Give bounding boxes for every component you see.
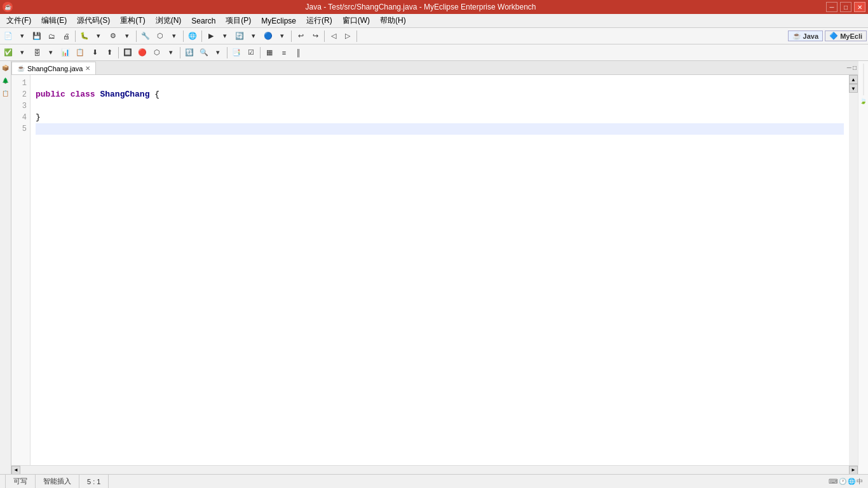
run3-button[interactable]: 🔵: [261, 29, 275, 43]
myeclipse-deploy[interactable]: 🔧: [139, 29, 153, 43]
file-tab[interactable]: ☕ ShangChang.java ✕: [11, 62, 96, 74]
sidebar-hierarchy-icon[interactable]: 🌲: [1, 76, 10, 85]
line-num-3: 3: [11, 100, 27, 112]
menu-run[interactable]: 运行(R): [301, 14, 337, 27]
tab-restore-max[interactable]: □: [853, 64, 857, 71]
run-dropdown[interactable]: ▾: [218, 29, 232, 43]
validate-dropdown[interactable]: ▾: [15, 46, 29, 60]
back-button[interactable]: ◁: [327, 29, 341, 43]
db-button[interactable]: 🗄: [30, 46, 44, 60]
menu-file[interactable]: 文件(F): [1, 14, 36, 27]
save-all-button[interactable]: 🗂: [44, 29, 58, 43]
separator-5: [291, 30, 292, 42]
menu-bar: 文件(F) 编辑(E) 源代码(S) 重构(T) 浏览(N) Search 项目…: [0, 14, 868, 28]
line-num-4: 4: [11, 112, 27, 123]
save-button[interactable]: 💾: [30, 29, 44, 43]
list-view-button[interactable]: ≡: [277, 46, 291, 60]
tb2-btn1[interactable]: 📊: [58, 46, 72, 60]
run-ext-dropdown[interactable]: ▾: [120, 29, 134, 43]
cols-view-button[interactable]: ║: [292, 46, 306, 60]
new-dropdown[interactable]: ▾: [15, 29, 29, 43]
separator-6: [324, 30, 325, 42]
menu-navigate[interactable]: 浏览(N): [151, 14, 187, 27]
close-button[interactable]: ✕: [854, 2, 865, 12]
deploy-dropdown[interactable]: ⬡: [153, 29, 167, 43]
maximize-button[interactable]: □: [840, 2, 851, 12]
separator-11: [260, 47, 261, 58]
code-line-5: [36, 123, 844, 135]
scroll-up-arrow[interactable]: ▲: [849, 75, 858, 84]
minimize-button[interactable]: ─: [826, 2, 837, 12]
status-bar: 可写 智能插入 5 : 1 ⌨ 🕐 🌐 中: [0, 474, 868, 488]
menu-help[interactable]: 帮助(H): [375, 14, 411, 27]
separator-7: [356, 30, 357, 42]
scroll-right-arrow[interactable]: ►: [849, 466, 858, 475]
left-panel: 📦 🌲 📋: [0, 61, 11, 474]
status-icon-clock: 🕐: [839, 478, 846, 485]
code-line-3: [36, 100, 844, 112]
scroll-left-arrow[interactable]: ◄: [11, 466, 20, 475]
status-smart-insert: 智能插入: [36, 475, 79, 488]
tb2-btn2[interactable]: 📋: [73, 46, 87, 60]
menu-window[interactable]: 窗口(W): [337, 14, 375, 27]
tab-close-button[interactable]: ✕: [85, 65, 90, 72]
tab-restore-min[interactable]: ─: [847, 64, 851, 71]
tb2-btn5[interactable]: 🔲: [121, 46, 135, 60]
separator-9: [180, 47, 180, 58]
tb2-btn8[interactable]: ▾: [164, 46, 178, 60]
new-button[interactable]: 📄: [1, 29, 15, 43]
web-browser-button[interactable]: 🌐: [186, 29, 200, 43]
editor-scrollbar[interactable]: ▲ ▼: [849, 75, 858, 465]
annotation-icon-1: 🍃: [858, 97, 868, 105]
tb2-btn4[interactable]: ⬆: [102, 46, 116, 60]
db-dropdown[interactable]: ▾: [44, 46, 58, 60]
menu-search[interactable]: Search: [186, 14, 220, 27]
tasks-button[interactable]: ☑: [244, 46, 258, 60]
horizontal-scrollbar[interactable]: ◄ ►: [11, 465, 858, 474]
run2-dropdown[interactable]: ▾: [247, 29, 261, 43]
menu-project[interactable]: 项目(P): [220, 14, 256, 27]
search-tb-dropdown[interactable]: ▾: [211, 46, 225, 60]
separator-4: [201, 30, 202, 42]
print-button[interactable]: 🖨: [59, 29, 73, 43]
editor-content[interactable]: 1 2 3 4 5 public class ShangChang { } ▲ …: [11, 75, 858, 465]
code-line-4: }: [36, 112, 844, 123]
search-tb-button[interactable]: 🔍: [197, 46, 211, 60]
sidebar-outline-icon[interactable]: 📋: [1, 89, 10, 98]
menu-myeclipse[interactable]: MyEclipse: [256, 14, 301, 27]
run3-dropdown[interactable]: ▾: [275, 29, 289, 43]
menu-refactor[interactable]: 重构(T): [115, 14, 150, 27]
scroll-down-arrow[interactable]: ▼: [849, 84, 858, 93]
forward-button[interactable]: ▷: [341, 29, 355, 43]
tab-java-icon: ☕: [17, 65, 25, 72]
run2-button[interactable]: 🔄: [233, 29, 247, 43]
perspective-java-label[interactable]: ☕ Java: [788, 30, 824, 41]
tab-bar: ☕ ShangChang.java ✕ ─ □: [11, 61, 858, 75]
outer-right-panel: 🍃: [858, 61, 868, 474]
prev-edit-button[interactable]: ↩: [294, 29, 308, 43]
bookmarks-button[interactable]: 📑: [229, 46, 243, 60]
tb2-btn6[interactable]: 🔴: [135, 46, 149, 60]
perspective-myecli-label[interactable]: 🔷 MyEcli: [825, 30, 867, 41]
table-view-button[interactable]: ▦: [262, 46, 276, 60]
debug-button[interactable]: 🐛: [78, 29, 92, 43]
sidebar-packages-icon[interactable]: 📦: [1, 64, 10, 72]
status-position: 5 : 1: [79, 475, 109, 488]
tb2-btn3[interactable]: ⬇: [88, 46, 102, 60]
code-line-2: public class ShangChang {: [36, 89, 844, 100]
validate-button[interactable]: ✅: [1, 46, 15, 60]
run-ext-button[interactable]: ⚙: [106, 29, 120, 43]
separator-1: [75, 30, 76, 42]
deploy-dropdown-arrow[interactable]: ▾: [167, 29, 181, 43]
code-editor[interactable]: public class ShangChang { }: [31, 75, 849, 465]
title-bar: ☕ Java - Test/src/ShangChang.java - MyEc…: [0, 0, 868, 14]
menu-source[interactable]: 源代码(S): [72, 14, 115, 27]
menu-edit[interactable]: 编辑(E): [36, 14, 72, 27]
debug-dropdown[interactable]: ▾: [92, 29, 105, 43]
next-edit-button[interactable]: ↪: [308, 29, 322, 43]
refresh-button[interactable]: 🔃: [182, 46, 196, 60]
tb2-btn7[interactable]: ⬡: [150, 46, 164, 60]
code-line-1: [36, 78, 844, 89]
status-right-icons: ⌨ 🕐 🌐 中: [829, 477, 863, 486]
run-button[interactable]: ▶: [204, 29, 218, 43]
